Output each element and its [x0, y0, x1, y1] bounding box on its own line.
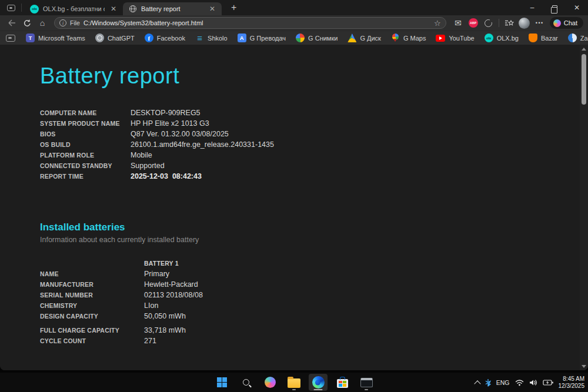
battery-value: 271	[144, 337, 156, 345]
favorite-star-icon[interactable]: ☆	[434, 19, 441, 28]
info-value: HP HP Elite x2 1013 G3	[131, 119, 209, 128]
copilot-chat-button[interactable]: Chat	[550, 17, 583, 29]
tab-battery-report[interactable]: Battery report ✕	[123, 2, 222, 15]
copilot-taskbar-button[interactable]	[260, 374, 279, 391]
volume-icon[interactable]	[529, 379, 537, 386]
table-row: COMPUTER NAME DESKTOP-909REG5	[40, 108, 588, 118]
bookmark-item[interactable]: f Facebook	[145, 33, 185, 42]
battery-rows: NAME Primary MANUFACTURER Hewlett-Packar…	[40, 269, 588, 346]
tab-close-icon[interactable]: ✕	[208, 5, 217, 13]
bookmark-item[interactable]: T Microsoft Teams	[26, 33, 85, 42]
scroll-down-button[interactable]	[580, 362, 588, 370]
microsoft-store-button[interactable]	[333, 374, 352, 391]
battery-column-header: BATTERY 1	[144, 260, 179, 267]
back-button[interactable]	[5, 16, 19, 29]
info-value: DESKTOP-909REG5	[131, 109, 201, 117]
battery-label: DESIGN CAPACITY	[40, 313, 144, 320]
bookmark-label: Bazar	[541, 35, 558, 42]
edge-button[interactable]	[309, 374, 328, 391]
table-row: OS BUILD 26100.1.amd64fre.ge_release.240…	[40, 139, 588, 150]
url-text[interactable]: C:/Windows/System32/battery-report.html	[83, 19, 430, 26]
info-value: Supported	[131, 162, 165, 170]
minimize-button[interactable]: –	[521, 0, 543, 15]
table-row: NAME Primary	[40, 269, 588, 279]
file-explorer-button[interactable]	[285, 374, 303, 391]
bookmark-label: ChatGPT	[108, 35, 135, 42]
bookmark-item[interactable]: Bazar	[529, 33, 558, 42]
info-label: BIOS	[40, 130, 131, 138]
scrollbar[interactable]	[580, 45, 588, 370]
system-tray: ENG 8:45 AM 12/3/2025	[475, 373, 584, 392]
avatar	[519, 18, 530, 29]
bluetooth-icon[interactable]	[485, 378, 491, 387]
wifi-icon[interactable]	[515, 379, 524, 386]
language-indicator[interactable]: ENG	[496, 379, 510, 386]
scroll-up-button[interactable]	[580, 45, 588, 53]
battery-table: BATTERY 1 NAME Primary MAN	[40, 258, 588, 346]
clock[interactable]: 8:45 AM 12/3/2025	[559, 376, 585, 390]
table-row: CONNECTED STANDBY Supported	[40, 160, 588, 171]
home-button[interactable]: ⌂	[35, 16, 49, 29]
battery-label: MANUFACTURER	[40, 281, 144, 288]
bookmark-item[interactable]: G Снимки	[296, 33, 338, 42]
bookmark-label: Zamunda.NET	[580, 35, 588, 42]
search-icon	[243, 379, 249, 386]
browser-window: olx OLX.bg - безплатни обяви ✕ Battery r…	[0, 0, 588, 370]
battery-icon[interactable]	[543, 379, 553, 386]
table-row: CHEMISTRY LIon	[40, 300, 588, 311]
bookmark-item[interactable]: G Диск	[348, 33, 381, 42]
battery-value: Hewlett-Packard	[144, 280, 198, 289]
shkolo-icon: ≡	[195, 33, 204, 42]
running-indicator	[365, 389, 368, 391]
page-info-icon[interactable]: i	[59, 19, 66, 26]
google-photos-icon	[296, 33, 305, 42]
tab-close-icon[interactable]: ✕	[109, 5, 118, 13]
table-row: MANUFACTURER Hewlett-Packard	[40, 279, 588, 290]
edge-icon	[312, 376, 325, 388]
battery-label: CYCLE COUNT	[40, 337, 144, 344]
favorites-button[interactable]	[502, 16, 516, 29]
new-tab-button[interactable]: +	[228, 2, 240, 13]
restore-button[interactable]	[543, 0, 566, 15]
scrollbar-thumb[interactable]	[582, 54, 586, 105]
extension-button[interactable]	[482, 16, 496, 29]
hidden-icons-chevron-icon[interactable]	[475, 380, 480, 385]
tab-activity-icon	[7, 5, 15, 11]
terminal-button[interactable]	[357, 374, 376, 391]
bookmark-item[interactable]: ChatGPT	[95, 33, 135, 42]
google-translate-icon: A	[238, 33, 246, 42]
bookmark-item[interactable]: olx OLX.bg	[485, 33, 519, 42]
bookmark-label: G Maps	[403, 35, 426, 42]
tab-olx[interactable]: olx OLX.bg - безплатни обяви ✕	[24, 2, 123, 15]
info-value: 26100.1.amd64fre.ge_release.240331-1435	[131, 140, 274, 149]
mail-extension-button[interactable]: ✉	[451, 16, 465, 29]
table-row: SYSTEM PRODUCT NAME HP HP Elite x2 1013 …	[40, 118, 588, 129]
youtube-icon	[436, 35, 445, 42]
bookmark-item[interactable]: G Maps	[391, 33, 426, 42]
search-button[interactable]	[236, 374, 255, 391]
bookmark-item[interactable]: ≡ Shkolo	[195, 33, 228, 42]
extension-icon	[485, 19, 492, 27]
refresh-button[interactable]	[20, 16, 34, 29]
battery-label: NAME	[40, 270, 144, 277]
tab-title: Battery report	[141, 5, 203, 12]
table-header-row: BATTERY 1	[40, 258, 588, 269]
bookmark-item[interactable]: A G Преводач	[238, 33, 286, 42]
start-button[interactable]	[212, 374, 231, 391]
back-arrow-icon	[8, 19, 16, 26]
bookmark-item[interactable]: YouTube	[436, 35, 474, 42]
bookmark-label: YouTube	[449, 35, 474, 42]
battery-value: 33,718 mWh	[144, 326, 186, 334]
table-row: CYCLE COUNT 271	[40, 336, 588, 346]
page-title: Battery report	[40, 63, 588, 89]
address-bar[interactable]: i File C:/Windows/System32/battery-repor…	[54, 17, 446, 29]
settings-menu-button[interactable]: •••	[533, 16, 547, 29]
info-label: CONNECTED STANDBY	[40, 162, 131, 169]
close-button[interactable]: ✕	[566, 0, 588, 15]
info-label: OS BUILD	[40, 141, 131, 148]
bookmark-item[interactable]: Zamunda.NET	[568, 33, 588, 42]
profile-button[interactable]	[517, 16, 532, 29]
adblock-extension-button[interactable]: ABP	[466, 16, 480, 29]
bookmark-icon-only[interactable]	[6, 35, 15, 42]
tab-activity-button[interactable]	[4, 2, 19, 14]
